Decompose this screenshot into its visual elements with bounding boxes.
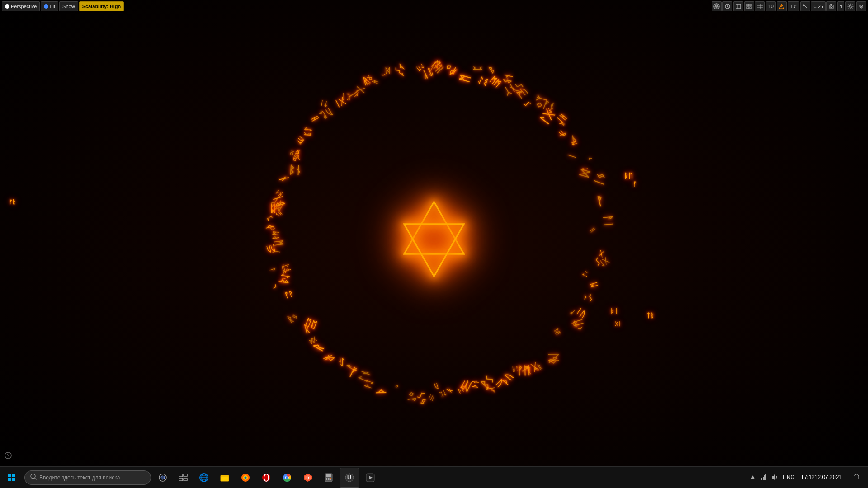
scatter-rune-4: ᚠ — [633, 181, 637, 188]
perspective-label: Perspective — [11, 4, 37, 9]
ring-rune: ᛁ — [565, 152, 577, 160]
clock[interactable]: 17:12 12.07.2021 — [797, 466, 845, 488]
show-button[interactable]: Show — [59, 1, 78, 11]
maximize-icon-btn[interactable] — [733, 1, 743, 11]
expand-tray-button[interactable] — [749, 466, 757, 488]
ring-rune: ᛞᛏ — [553, 328, 562, 337]
ring-rune: ᛏᛁ — [319, 99, 328, 108]
settings-icon-btn[interactable] — [845, 1, 855, 11]
svg-text:?: ? — [7, 453, 10, 458]
ie-button[interactable] — [194, 468, 214, 488]
start-button[interactable] — [0, 467, 22, 488]
ring-rune: ᛗ — [458, 73, 472, 84]
help-icon[interactable]: ? — [5, 452, 12, 461]
scale-value-btn[interactable]: 0.25 — [811, 1, 825, 11]
scatter-rune-1: ᚠᚱ — [9, 199, 15, 205]
opera-button[interactable] — [256, 468, 276, 488]
svg-marker-74 — [772, 474, 775, 480]
cortana-button[interactable] — [153, 467, 173, 488]
clock-time: 17:12 — [801, 474, 815, 480]
system-tray: ENG 17:12 12.07.2021 — [749, 466, 868, 488]
ring-rune: ᛜᚠ — [405, 391, 417, 403]
scatter-rune-6: ᚷᛁ — [615, 321, 621, 327]
clock-date: 12.07.2021 — [815, 474, 842, 480]
ring-rune: ᚱᛗ — [271, 230, 280, 240]
search-input[interactable] — [39, 474, 145, 481]
viewport: Perspective Lit Show Scalability: High — [0, 0, 868, 488]
scatter-rune-3: ᚱᛖ — [624, 172, 633, 180]
perspective-button[interactable]: Perspective — [2, 1, 40, 11]
ring-rune: ᚠ — [594, 193, 605, 208]
media-player-button[interactable] — [360, 468, 380, 488]
svg-text:B: B — [307, 476, 310, 480]
chrome-button[interactable] — [277, 468, 297, 488]
svg-rect-37 — [179, 478, 183, 481]
ring-rune: ᚱᛜ — [443, 61, 459, 77]
ring-rune: ᛒᛁ — [271, 193, 287, 209]
brave-button[interactable]: B — [298, 468, 318, 488]
ring-rune: ᚨᛁ — [602, 215, 615, 228]
volume-icon[interactable] — [769, 466, 780, 488]
grid-size-btn[interactable]: 10 — [766, 1, 776, 11]
ring-rune: ᛃᛁ — [591, 171, 609, 188]
angle-btn[interactable]: 10° — [788, 1, 800, 11]
svg-point-22 — [849, 5, 851, 7]
svg-text:U: U — [347, 474, 351, 481]
scale-icon-btn[interactable] — [800, 1, 810, 11]
toolbar-right: 10 10° 0.25 — [712, 0, 868, 13]
svg-point-47 — [245, 476, 247, 479]
file-explorer-button[interactable] — [215, 468, 235, 488]
ring-rune: ᚠ — [558, 122, 566, 127]
layout-icon-btn[interactable] — [744, 1, 754, 11]
network-icon[interactable] — [758, 466, 769, 488]
svg-rect-29 — [8, 478, 11, 481]
svg-rect-28 — [12, 474, 15, 477]
ring-rune: ᛞ — [385, 67, 390, 75]
perspective-icon — [5, 4, 9, 9]
svg-rect-8 — [750, 4, 751, 6]
ring-rune: ᛁᚢ — [574, 306, 588, 319]
ring-rune: ᚹ — [269, 267, 277, 272]
lit-label: Lit — [50, 4, 55, 9]
svg-rect-73 — [765, 474, 766, 480]
search-icon — [30, 474, 37, 481]
svg-rect-60 — [328, 478, 330, 479]
show-label: Show — [62, 4, 75, 9]
realtime-icon-btn[interactable] — [722, 1, 732, 11]
svg-rect-59 — [326, 478, 327, 479]
ring-rune: ᛊᚲ — [582, 292, 593, 303]
ring-rune: ᛞ — [577, 169, 591, 178]
camera-count-btn[interactable]: 4 — [837, 1, 844, 11]
search-bar[interactable] — [24, 470, 151, 485]
svg-rect-72 — [764, 475, 765, 480]
ring-rune: ᚦ — [374, 388, 387, 395]
ring-rune: ᚢ — [433, 382, 439, 391]
svg-rect-70 — [761, 478, 762, 480]
svg-rect-9 — [747, 7, 749, 9]
task-view-button[interactable] — [173, 468, 193, 488]
firefox-button[interactable] — [236, 468, 255, 488]
calculator-button[interactable] — [319, 468, 339, 488]
notification-button[interactable] — [846, 466, 866, 488]
3d-scene: ᛖᛈᛚᛖᚺᛃᚱᛜᛗᛈᛒᛗᛗᛒᛇᚾᛒᚾᛉᚲᚹᚢᛊᚨᛜᛉᛊᛚᚷᚠᚾᛏᚺᛚᚠᚢᚦᚹᛖᛁ… — [0, 0, 868, 488]
ring-rune: ᛗᛉ — [295, 136, 305, 146]
svg-point-34 — [161, 476, 165, 479]
lit-button[interactable]: Lit — [41, 1, 58, 11]
ring-rune: ᚱᛃ — [285, 311, 299, 324]
svg-rect-64 — [330, 479, 331, 480]
collapse-icon-btn[interactable] — [856, 1, 866, 11]
svg-point-53 — [286, 476, 288, 479]
lit-icon — [44, 4, 48, 9]
svg-rect-5 — [736, 4, 741, 9]
ring-rune: ᛜ — [394, 385, 401, 389]
rune-ring: ᛖᛈᛚᛖᚺᛃᚱᛜᛗᛈᛒᛗᛗᛒᛇᚾᛒᚾᛉᚲᚹᚢᛊᚨᛜᛉᛊᛚᚷᚠᚾᛏᚺᛚᚠᚢᚦᚹᛖᛁ… — [258, 50, 610, 403]
perspective-3d-icon-btn[interactable] — [712, 1, 722, 11]
warning-icon-btn[interactable] — [777, 1, 787, 11]
scalability-button[interactable]: Scalability: High — [79, 1, 124, 11]
grid-icon-btn[interactable] — [755, 1, 765, 11]
unreal-engine-button[interactable]: U — [340, 468, 359, 488]
ring-rune: ᛒᚾ — [288, 164, 302, 177]
svg-line-32 — [35, 478, 36, 479]
camera-icon-btn[interactable] — [826, 1, 836, 11]
language-label[interactable]: ENG — [781, 466, 797, 488]
